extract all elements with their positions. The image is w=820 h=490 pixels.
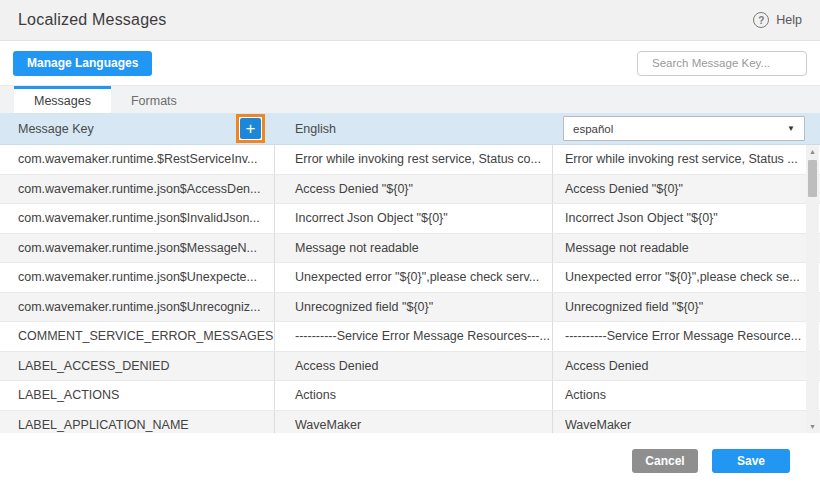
translation-cell[interactable]: Unexpected error "${0}",please check se.… <box>553 263 820 292</box>
add-message-key-button[interactable]: + <box>240 118 261 139</box>
translation-cell[interactable]: Message not readable <box>553 234 820 263</box>
message-key-cell[interactable]: COMMENT_SERVICE_ERROR_MESSAGES <box>0 322 275 351</box>
table-row: LABEL_ACCESS_DENIED Access Denied Access… <box>0 352 820 382</box>
table-row: LABEL_ACTIONS Actions Actions <box>0 381 820 411</box>
vertical-scrollbar[interactable]: ▲ ▼ <box>806 145 819 433</box>
cancel-button[interactable]: Cancel <box>632 449 698 473</box>
message-key-cell[interactable]: com.wavemaker.runtime.json$MessageN... <box>0 234 275 263</box>
message-key-cell[interactable]: com.wavemaker.runtime.json$AccessDen... <box>0 175 275 204</box>
translation-cell[interactable]: Incorrect Json Object "${0}" <box>553 204 820 233</box>
messages-table: Message Key + English español ▼ com.wave… <box>0 113 820 433</box>
english-cell[interactable]: Incorrect Json Object "${0}" <box>275 204 553 233</box>
manage-languages-button[interactable]: Manage Languages <box>13 51 152 76</box>
help-icon: ? <box>753 12 769 28</box>
message-key-cell[interactable]: com.wavemaker.runtime.json$Unexpecte... <box>0 263 275 292</box>
message-key-cell[interactable]: com.wavemaker.runtime.$RestServiceInv... <box>0 145 275 174</box>
tab-bar: Messages Formats <box>0 85 820 113</box>
tab-formats[interactable]: Formats <box>111 86 197 113</box>
search-input[interactable] <box>652 57 806 69</box>
translation-cell[interactable]: ----------Service Error Message Resource… <box>553 322 820 351</box>
translation-cell[interactable]: Access Denied "${0}" <box>553 175 820 204</box>
english-cell[interactable]: ----------Service Error Message Resource… <box>275 322 553 351</box>
help-label: Help <box>776 13 802 27</box>
message-key-header-label: Message Key <box>18 122 94 136</box>
add-key-highlight-ring: + <box>236 114 265 143</box>
english-cell[interactable]: Access Denied "${0}" <box>275 175 553 204</box>
table-row: COMMENT_SERVICE_ERROR_MESSAGES ---------… <box>0 322 820 352</box>
table-row: LABEL_APPLICATION_NAME WaveMaker WaveMak… <box>0 411 820 434</box>
translation-cell[interactable]: Unrecognized field "${0}" <box>553 293 820 322</box>
english-cell[interactable]: Message not readable <box>275 234 553 263</box>
table-row: com.wavemaker.runtime.json$MessageN... M… <box>0 234 820 264</box>
chevron-down-icon: ▼ <box>787 124 795 133</box>
column-header-language: español ▼ <box>553 116 820 141</box>
scroll-down-icon[interactable]: ▼ <box>806 420 819 433</box>
language-select-value: español <box>573 123 613 135</box>
translation-cell[interactable]: Actions <box>553 381 820 410</box>
message-key-cell[interactable]: LABEL_APPLICATION_NAME <box>0 411 275 434</box>
scrollbar-thumb[interactable] <box>808 160 817 197</box>
table-body: com.wavemaker.runtime.$RestServiceInv...… <box>0 145 820 433</box>
language-select[interactable]: español ▼ <box>563 116 805 141</box>
table-row: com.wavemaker.runtime.json$Unexpecte... … <box>0 263 820 293</box>
english-cell[interactable]: Unrecognized field "${0}" <box>275 293 553 322</box>
message-key-cell[interactable]: LABEL_ACTIONS <box>0 381 275 410</box>
scroll-up-icon[interactable]: ▲ <box>806 145 819 158</box>
table-row: com.wavemaker.runtime.$RestServiceInv...… <box>0 145 820 175</box>
english-cell[interactable]: Error while invoking rest service, Statu… <box>275 145 553 174</box>
save-button[interactable]: Save <box>712 449 790 473</box>
english-cell[interactable]: WaveMaker <box>275 411 553 434</box>
message-key-cell[interactable]: com.wavemaker.runtime.json$InvalidJson..… <box>0 204 275 233</box>
translation-cell[interactable]: WaveMaker <box>553 411 820 434</box>
message-key-cell[interactable]: LABEL_ACCESS_DENIED <box>0 352 275 381</box>
page-title: Localized Messages <box>18 11 167 29</box>
table-row: com.wavemaker.runtime.json$InvalidJson..… <box>0 204 820 234</box>
dialog-footer: Cancel Save <box>0 433 820 490</box>
search-box[interactable] <box>637 51 807 76</box>
tab-messages[interactable]: Messages <box>14 86 111 113</box>
dialog-titlebar: Localized Messages ? Help <box>0 0 820 41</box>
english-cell[interactable]: Access Denied <box>275 352 553 381</box>
help-link[interactable]: ? Help <box>753 12 802 28</box>
table-header-row: Message Key + English español ▼ <box>0 113 820 145</box>
localized-messages-dialog: Localized Messages ? Help Manage Languag… <box>0 0 820 490</box>
english-cell[interactable]: Actions <box>275 381 553 410</box>
toolbar: Manage Languages <box>0 41 820 85</box>
english-cell[interactable]: Unexpected error "${0}",please check ser… <box>275 263 553 292</box>
column-header-english: English <box>275 122 553 136</box>
message-key-cell[interactable]: com.wavemaker.runtime.json$Unrecogniz... <box>0 293 275 322</box>
translation-cell[interactable]: Error while invoking rest service, Statu… <box>553 145 820 174</box>
table-row: com.wavemaker.runtime.json$Unrecogniz...… <box>0 293 820 323</box>
translation-cell[interactable]: Access Denied <box>553 352 820 381</box>
table-row: com.wavemaker.runtime.json$AccessDen... … <box>0 175 820 205</box>
column-header-message-key: Message Key + <box>0 114 275 143</box>
